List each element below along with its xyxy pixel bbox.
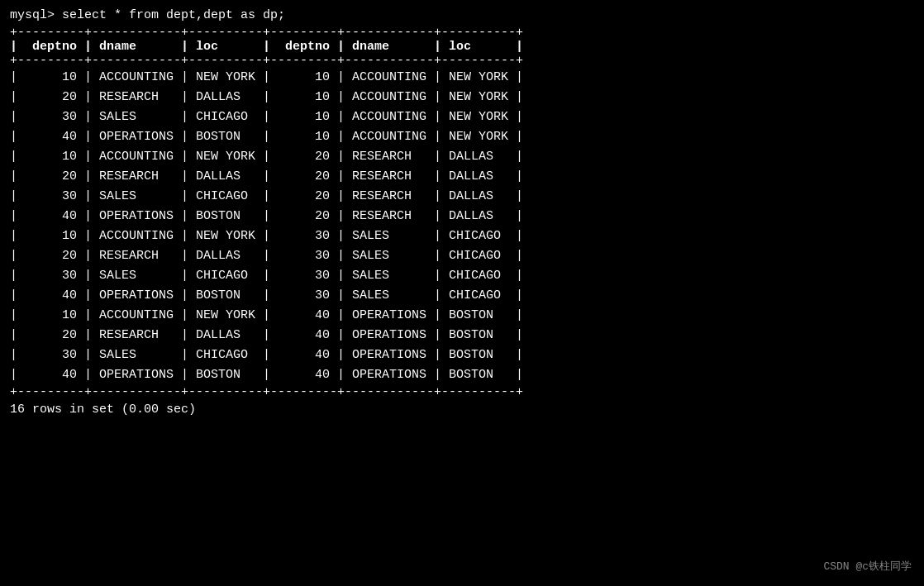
table-row: | 30 | SALES | CHICAGO | 30 | SALES | CH… bbox=[10, 266, 914, 286]
table-row: | 40 | OPERATIONS | BOSTON | 30 | SALES … bbox=[10, 286, 914, 306]
table-row: | 10 | ACCOUNTING | NEW YORK | 30 | SALE… bbox=[10, 226, 914, 246]
table-row: | 40 | OPERATIONS | BOSTON | 10 | ACCOUN… bbox=[10, 127, 914, 147]
separator-top: +---------+------------+----------+-----… bbox=[10, 26, 914, 40]
table-row: | 10 | ACCOUNTING | NEW YORK | 20 | RESE… bbox=[10, 147, 914, 167]
table-row: | 10 | ACCOUNTING | NEW YORK | 10 | ACCO… bbox=[10, 68, 914, 88]
command-line: mysql> select * from dept,dept as dp; bbox=[10, 8, 914, 22]
table-row: | 20 | RESEARCH | DALLAS | 10 | ACCOUNTI… bbox=[10, 88, 914, 107]
table-row: | 20 | RESEARCH | DALLAS | 40 | OPERATIO… bbox=[10, 326, 914, 345]
table-row: | 10 | ACCOUNTING | NEW YORK | 40 | OPER… bbox=[10, 306, 914, 326]
table-row: | 30 | SALES | CHICAGO | 40 | OPERATIONS… bbox=[10, 345, 914, 365]
table-row: | 20 | RESEARCH | DALLAS | 30 | SALES | … bbox=[10, 246, 914, 266]
terminal-window: mysql> select * from dept,dept as dp; +-… bbox=[10, 8, 914, 417]
table-row: | 20 | RESEARCH | DALLAS | 20 | RESEARCH… bbox=[10, 167, 914, 187]
table-row: | 30 | SALES | CHICAGO | 20 | RESEARCH |… bbox=[10, 187, 914, 207]
table-row: | 40 | OPERATIONS | BOSTON | 40 | OPERAT… bbox=[10, 365, 914, 385]
footer: 16 rows in set (0.00 sec) bbox=[10, 403, 914, 417]
watermark: CSDN @c铁柱同学 bbox=[823, 559, 912, 574]
table-body: | 10 | ACCOUNTING | NEW YORK | 10 | ACCO… bbox=[10, 68, 914, 385]
separator-bottom: +---------+------------+----------+-----… bbox=[10, 385, 914, 399]
table-header: | deptno | dname | loc | deptno | dname … bbox=[10, 40, 914, 54]
table-row: | 40 | OPERATIONS | BOSTON | 20 | RESEAR… bbox=[10, 207, 914, 226]
table-row: | 30 | SALES | CHICAGO | 10 | ACCOUNTING… bbox=[10, 107, 914, 127]
separator-mid: +---------+------------+----------+-----… bbox=[10, 54, 914, 68]
